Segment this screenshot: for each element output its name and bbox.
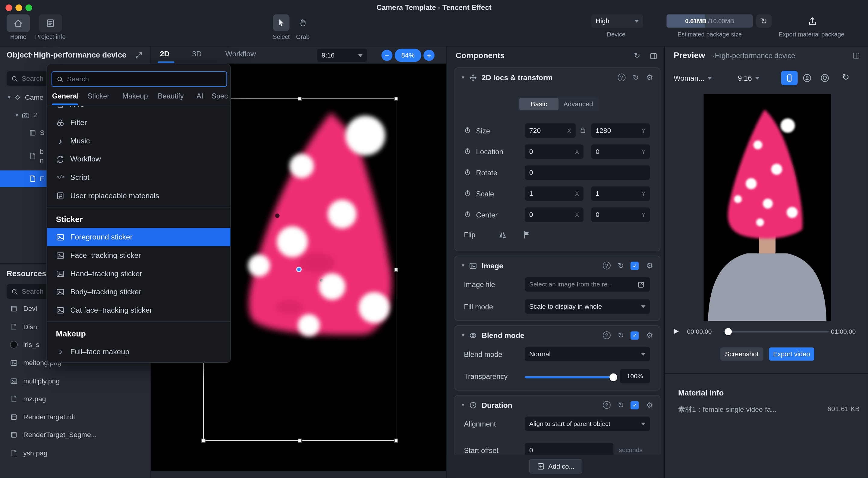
menu-tab-makeup[interactable]: Makeup	[122, 92, 148, 100]
center-y-input[interactable]: Y	[591, 208, 650, 222]
selection-handle-sw[interactable]	[202, 439, 206, 443]
tree-expand-icon[interactable]: ▾	[8, 95, 10, 100]
project-info-button[interactable]	[39, 14, 62, 32]
location-y-input[interactable]: Y	[591, 144, 650, 159]
menu-item-foreground-sticker[interactable]: Foreground sticker	[47, 228, 231, 246]
selection-handle-e[interactable]	[394, 268, 398, 272]
gear-icon[interactable]: ⚙	[646, 331, 653, 339]
refresh-package-button[interactable]: ↻	[756, 14, 772, 28]
gear-icon[interactable]: ⚙	[646, 262, 653, 269]
center-x-input[interactable]: X	[525, 208, 584, 222]
zoom-out-button[interactable]: −	[381, 50, 393, 61]
transparency-slider-knob[interactable]	[610, 374, 617, 381]
preview-aspect-select[interactable]: 9:16	[738, 71, 760, 85]
screenshot-button[interactable]: Screenshot	[720, 347, 764, 360]
section-collapse-icon[interactable]: ▾	[462, 263, 464, 268]
canvas-tab-2d[interactable]: 2D	[160, 50, 170, 58]
scale-y-input[interactable]: Y	[591, 186, 650, 201]
flip-vertical-button[interactable]	[519, 229, 534, 241]
edit-image-icon[interactable]	[637, 280, 646, 289]
resource-item[interactable]: ysh.pag	[0, 444, 151, 462]
size-x-input[interactable]: X	[525, 124, 576, 138]
reset-section-icon[interactable]: ↻	[618, 401, 624, 409]
detach-panel-icon[interactable]	[135, 52, 143, 59]
refresh-preview-button[interactable]: ↻	[842, 73, 849, 82]
collapse-panel-icon[interactable]	[649, 52, 658, 61]
lock-aspect-icon[interactable]	[579, 126, 587, 135]
size-y-input[interactable]: Y	[591, 124, 650, 138]
keyframe-icon[interactable]	[464, 148, 471, 155]
reset-section-icon[interactable]: ↻	[632, 73, 639, 81]
landmark-button[interactable]	[820, 73, 830, 83]
menu-tab-general[interactable]: General	[52, 92, 79, 100]
tree-expand-icon[interactable]: ▾	[16, 113, 18, 118]
selection-handle-n[interactable]	[298, 97, 302, 101]
menu-item-hand-tracking-sticker[interactable]: Hand–tracking sticker	[47, 264, 231, 283]
alignment-select[interactable]: Align to start of parent object	[525, 417, 650, 431]
grab-tool-button[interactable]	[294, 14, 311, 31]
menu-item-face-tracking-sticker[interactable]: Face–tracking sticker	[47, 246, 231, 264]
menu-item-user-replaceable-materials[interactable]: User replaceable materials	[47, 186, 231, 205]
resource-item[interactable]: mz.pag	[0, 390, 151, 408]
section-collapse-icon[interactable]: ▾	[462, 75, 464, 80]
help-icon[interactable]: ?	[603, 262, 611, 269]
menu-item-music[interactable]: ♪ Music	[47, 132, 231, 150]
section-collapse-icon[interactable]: ▾	[462, 402, 464, 408]
reset-section-icon[interactable]: ↻	[618, 331, 624, 339]
fill-mode-select[interactable]: Scale to display in whole	[525, 299, 650, 314]
menu-tab-beautify[interactable]: Beautify	[158, 92, 184, 100]
selection-handle-ne[interactable]	[394, 97, 398, 101]
tab-basic[interactable]: Basic	[519, 98, 558, 110]
image-file-field[interactable]: Select an image from the re...	[525, 277, 650, 292]
keyframe-icon[interactable]	[464, 169, 471, 176]
menu-item-workflow[interactable]: Workflow	[47, 150, 231, 168]
selection-handle-s[interactable]	[298, 439, 302, 443]
play-button[interactable]: ▶	[674, 327, 679, 335]
face-anchor-button[interactable]	[802, 73, 812, 83]
aspect-ratio-select[interactable]: 9:16	[317, 49, 367, 62]
gear-icon[interactable]: ⚙	[646, 401, 653, 409]
help-icon[interactable]: ?	[618, 73, 625, 81]
selection-handle-se[interactable]	[394, 439, 398, 443]
reset-section-icon[interactable]: ↻	[618, 262, 624, 269]
menu-item-filter[interactable]: Filter	[47, 114, 231, 132]
tab-advanced[interactable]: Advanced	[558, 98, 598, 110]
scale-x-input[interactable]: X	[525, 186, 584, 201]
flip-horizontal-button[interactable]	[495, 229, 509, 241]
zoom-in-button[interactable]: +	[424, 50, 435, 61]
menu-tab-spec[interactable]: Spec	[212, 92, 228, 100]
select-tool-button[interactable]	[273, 14, 290, 31]
preview-model-select[interactable]: Woman...	[674, 71, 712, 85]
section-enabled-checkbox[interactable]: ✓	[631, 331, 639, 340]
menu-search-input[interactable]	[67, 75, 222, 83]
menu-tab-sticker[interactable]: Sticker	[87, 92, 110, 100]
resource-item[interactable]: RenderTarget_Segme...	[0, 426, 151, 444]
resource-item[interactable]: multiply.png	[0, 372, 151, 390]
help-icon[interactable]: ?	[603, 401, 611, 409]
gear-icon[interactable]: ⚙	[646, 73, 653, 81]
location-x-input[interactable]: X	[525, 144, 584, 159]
menu-item-script[interactable]: </> Script	[47, 168, 231, 186]
rotate-input[interactable]	[525, 165, 650, 180]
home-button[interactable]	[7, 14, 30, 32]
transparency-slider[interactable]	[525, 376, 613, 378]
menu-search-box[interactable]	[52, 71, 227, 87]
menu-tab-ai[interactable]: AI	[196, 92, 204, 100]
export-package-button[interactable]	[804, 13, 820, 29]
keyframe-icon[interactable]	[464, 127, 471, 134]
section-enabled-checkbox[interactable]: ✓	[631, 401, 639, 409]
playback-slider-knob[interactable]	[724, 328, 732, 335]
menu-item-body-tracking-sticker[interactable]: Body–tracking sticker	[47, 283, 231, 301]
canvas-tab-workflow[interactable]: Workflow	[225, 50, 256, 58]
add-component-button[interactable]: Add co...	[529, 459, 582, 474]
device-quality-select[interactable]: High	[591, 14, 644, 28]
export-video-button[interactable]: Export video	[769, 347, 814, 360]
device-frame-button[interactable]	[781, 71, 798, 85]
section-collapse-icon[interactable]: ▾	[462, 332, 464, 338]
menu-item-cat-face-tracking-sticker[interactable]: Cat face–tracking sticker	[47, 301, 231, 319]
section-enabled-checkbox[interactable]: ✓	[631, 261, 639, 270]
keyframe-icon[interactable]	[464, 190, 471, 197]
menu-item-pag-clipped[interactable]: PAG	[47, 106, 231, 114]
refresh-components-icon[interactable]: ↻	[634, 52, 641, 59]
selection-anchor-point[interactable]	[296, 266, 302, 272]
